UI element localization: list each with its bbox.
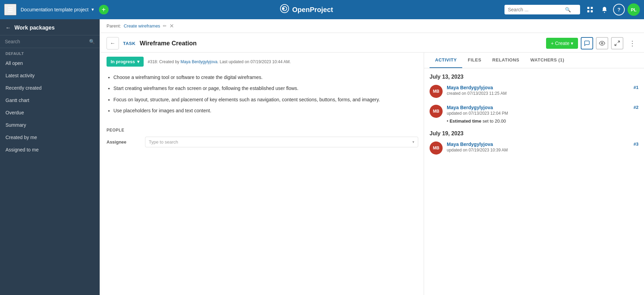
avatar-2: MB bbox=[430, 105, 443, 118]
status-button[interactable]: In progress ▾ bbox=[107, 57, 144, 67]
menu-icon[interactable]: ☰ bbox=[4, 4, 16, 15]
project-name: Documentation template project bbox=[21, 7, 89, 12]
activity-author-3[interactable]: Maya Berdygylyjova bbox=[447, 141, 493, 147]
svg-rect-2 bbox=[587, 7, 589, 9]
activity-author-2[interactable]: Maya Berdygylyjova bbox=[447, 105, 493, 110]
create-dropdown-icon: ▾ bbox=[571, 41, 573, 46]
meta-author-link[interactable]: Maya Berdygylyjova bbox=[180, 59, 217, 64]
breadcrumb-bar: Parent: Create wireframes ✏ ✕ bbox=[101, 19, 644, 33]
wp-title: Wireframe Creation bbox=[140, 40, 197, 47]
people-section-heading: PEOPLE bbox=[107, 128, 418, 133]
svg-rect-3 bbox=[591, 7, 593, 9]
wp-header-actions: + Create ▾ bbox=[546, 37, 639, 49]
breadcrumb-edit-icon[interactable]: ✏ bbox=[163, 23, 167, 29]
svg-line-9 bbox=[615, 44, 617, 46]
content-list: Choose a wireframing tool or software to… bbox=[107, 73, 418, 115]
main-layout: ← Work packages 🔍 DEFAULT All open Lates… bbox=[0, 19, 644, 295]
assignee-dropdown-arrow: ▾ bbox=[412, 140, 414, 144]
activity-item-3: MB Maya Berdygylyjova updated on 07/19/2… bbox=[430, 141, 639, 155]
date-group-july19: July 19, 2023 MB Maya Berdygylyjova upda… bbox=[430, 131, 639, 155]
nav-icon-group: ? PL bbox=[584, 3, 640, 16]
activity-num-1[interactable]: #1 bbox=[628, 85, 639, 90]
activity-body-3: Maya Berdygylyjova updated on 07/19/2023… bbox=[447, 141, 624, 152]
top-nav: ☰ Documentation template project ▼ + Ope… bbox=[0, 0, 644, 19]
global-search-box: 🔍 bbox=[504, 5, 580, 14]
create-btn-label: + Create bbox=[551, 41, 569, 46]
activity-meta-3: updated on 07/19/2023 10:39 AM bbox=[447, 148, 624, 152]
expand-button[interactable] bbox=[611, 37, 623, 49]
breadcrumb-parent-link[interactable]: Create wireframes bbox=[124, 23, 160, 29]
activity-pane: ACTIVITY FILES RELATIONS WATCHERS (1) Ju… bbox=[424, 53, 644, 295]
activity-num-2[interactable]: #2 bbox=[628, 105, 639, 110]
sidebar-back-button[interactable]: ← bbox=[5, 25, 11, 31]
sidebar-item-gantt-chart[interactable]: Gantt chart bbox=[0, 94, 100, 106]
date-group-july13: July 13, 2023 MB Maya Berdygylyjova crea… bbox=[430, 74, 639, 124]
comment-button[interactable] bbox=[581, 37, 593, 49]
sidebar-header: ← Work packages bbox=[0, 19, 100, 35]
tab-activity[interactable]: ACTIVITY bbox=[430, 53, 462, 68]
sidebar-item-created-by-me[interactable]: Created by me bbox=[0, 131, 100, 144]
activity-content: July 13, 2023 MB Maya Berdygylyjova crea… bbox=[424, 68, 644, 167]
watch-button[interactable] bbox=[596, 37, 608, 49]
activity-num-3[interactable]: #3 bbox=[628, 141, 639, 147]
wp-back-button[interactable]: ← bbox=[107, 37, 119, 49]
sidebar-item-recently-created[interactable]: Recently created bbox=[0, 82, 100, 94]
svg-rect-5 bbox=[591, 10, 593, 12]
grid-icon-button[interactable] bbox=[584, 4, 596, 15]
activity-item-1: MB Maya Berdygylyjova created on 07/13/2… bbox=[430, 85, 639, 98]
assignee-placeholder: Type to search bbox=[149, 139, 178, 145]
activity-body-1: Maya Berdygylyjova created on 07/13/2023… bbox=[447, 85, 624, 96]
date-label-july13: July 13, 2023 bbox=[430, 74, 639, 80]
more-options-button[interactable]: ⋮ bbox=[626, 37, 639, 49]
activity-meta-1: created on 07/13/2023 11:25 AM bbox=[447, 91, 624, 96]
detail-pane: In progress ▾ #318: Created by Maya Berd… bbox=[101, 53, 424, 295]
assignee-input[interactable]: Type to search ▾ bbox=[145, 137, 418, 147]
assignee-label: Assignee bbox=[107, 139, 141, 145]
bell-icon-button[interactable] bbox=[599, 4, 610, 15]
status-meta: #318: Created by Maya Berdygylyjova. Las… bbox=[148, 59, 291, 64]
sidebar-nav: All open Latest activity Recently create… bbox=[0, 57, 100, 156]
sidebar-item-overdue[interactable]: Overdue bbox=[0, 106, 100, 119]
help-icon-button[interactable]: ? bbox=[613, 4, 625, 15]
activity-tabs: ACTIVITY FILES RELATIONS WATCHERS (1) bbox=[424, 53, 644, 68]
svg-point-1 bbox=[282, 8, 285, 10]
list-item: Start creating wireframes for each scree… bbox=[113, 84, 418, 92]
activity-detail-2: • Estimated time set to 20.00 bbox=[447, 118, 624, 124]
project-selector[interactable]: Documentation template project ▼ bbox=[21, 7, 95, 12]
activity-body-2: Maya Berdygylyjova updated on 07/13/2023… bbox=[447, 105, 624, 124]
list-item: Focus on layout, structure, and placemen… bbox=[113, 96, 418, 103]
activity-author-1[interactable]: Maya Berdygylyjova bbox=[447, 85, 493, 90]
sidebar: ← Work packages 🔍 DEFAULT All open Lates… bbox=[0, 19, 100, 295]
global-search-input[interactable] bbox=[508, 7, 563, 12]
avatar-1: MB bbox=[430, 85, 443, 98]
svg-line-8 bbox=[618, 41, 620, 43]
tab-files[interactable]: FILES bbox=[462, 53, 487, 68]
project-dropdown-arrow: ▼ bbox=[91, 7, 95, 12]
list-item: Use placeholders for images and text con… bbox=[113, 107, 418, 114]
add-project-button[interactable]: + bbox=[99, 5, 109, 14]
sidebar-item-summary[interactable]: Summary bbox=[0, 119, 100, 131]
sidebar-item-latest-activity[interactable]: Latest activity bbox=[0, 69, 100, 82]
user-avatar-button[interactable]: PL bbox=[628, 3, 640, 16]
date-label-july19: July 19, 2023 bbox=[430, 131, 639, 137]
sidebar-item-assigned-to-me[interactable]: Assigned to me bbox=[0, 144, 100, 156]
breadcrumb-close-icon[interactable]: ✕ bbox=[169, 23, 174, 29]
sidebar-item-all-open[interactable]: All open bbox=[0, 57, 100, 69]
main-content: Parent: Create wireframes ✏ ✕ ← TASK Wir… bbox=[101, 19, 644, 295]
wp-body: In progress ▾ #318: Created by Maya Berd… bbox=[101, 53, 644, 295]
svg-point-7 bbox=[601, 43, 603, 44]
tab-relations[interactable]: RELATIONS bbox=[487, 53, 525, 68]
sidebar-section-label: DEFAULT bbox=[0, 48, 100, 57]
status-label: In progress bbox=[111, 59, 135, 64]
status-row: In progress ▾ #318: Created by Maya Berd… bbox=[107, 53, 418, 71]
activity-item-2: MB Maya Berdygylyjova updated on 07/13/2… bbox=[430, 105, 639, 124]
wp-type-badge: TASK bbox=[123, 41, 135, 46]
sidebar-search-area: 🔍 bbox=[0, 35, 100, 48]
logo-area: OpenProject bbox=[113, 4, 500, 15]
create-button[interactable]: + Create ▾ bbox=[546, 38, 578, 49]
assignee-field-row: Assignee Type to search ▾ bbox=[107, 137, 418, 147]
avatar-3: MB bbox=[430, 141, 443, 155]
sidebar-search-input[interactable] bbox=[5, 39, 86, 44]
tab-watchers[interactable]: WATCHERS (1) bbox=[525, 53, 570, 68]
svg-point-6 bbox=[604, 12, 605, 13]
